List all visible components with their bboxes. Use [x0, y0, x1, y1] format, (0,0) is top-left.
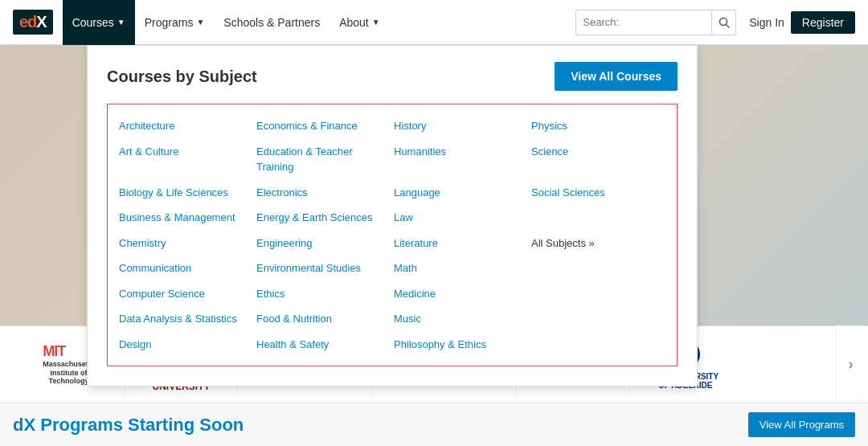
subject-item[interactable]: Electronics	[255, 181, 392, 205]
subject-item[interactable]: Food & Nutrition	[255, 307, 392, 331]
edx-logo[interactable]: edX	[13, 10, 53, 35]
subject-item[interactable]: Computer Science	[117, 282, 255, 306]
nav-schools-label: Schools & Partners	[223, 16, 320, 29]
subject-item[interactable]: Energy & Earth Sciences	[255, 206, 392, 230]
subject-item	[530, 307, 667, 331]
subject-item[interactable]: Music	[392, 307, 530, 331]
subject-item[interactable]: Business & Management	[117, 206, 255, 230]
dropdown-header: Courses by Subject View All Courses	[107, 62, 678, 91]
programs-promo-text: dX Programs Starting Soon	[13, 415, 748, 436]
subject-item[interactable]: Social Sciences	[530, 181, 667, 205]
subject-item[interactable]: Physics	[530, 114, 667, 138]
subject-item[interactable]: Language	[392, 181, 530, 205]
subject-item	[530, 282, 667, 306]
subject-item[interactable]: Science	[530, 140, 667, 179]
courses-caret: ▼	[117, 18, 125, 27]
view-all-courses-button[interactable]: View All Courses	[555, 62, 678, 91]
nav-programs[interactable]: Programs ▼	[135, 0, 215, 45]
subject-item[interactable]: Communication	[117, 256, 255, 280]
signin-link[interactable]: Sign In	[749, 16, 784, 29]
subject-item[interactable]: Health & Safety	[255, 333, 392, 357]
dropdown-title: Courses by Subject	[107, 68, 257, 86]
nav-about[interactable]: About ▼	[330, 0, 390, 45]
about-caret: ▼	[372, 18, 380, 27]
subjects-grid: ArchitectureEconomics & FinanceHistoryPh…	[107, 104, 678, 366]
subject-item	[530, 206, 667, 230]
subject-item[interactable]: Engineering	[255, 231, 392, 256]
nav-courses[interactable]: Courses ▼	[63, 0, 135, 45]
subject-item[interactable]: Economics & Finance	[255, 114, 392, 138]
nav-courses-label: Courses	[72, 16, 114, 29]
subject-item[interactable]: Biology & Life Sciences	[117, 181, 255, 205]
subject-item[interactable]: Literature	[392, 231, 530, 256]
navbar: edX Courses ▼ Programs ▼ Schools & Partn…	[0, 0, 868, 45]
nav-programs-label: Programs	[145, 16, 194, 29]
view-all-programs-button[interactable]: View All Programs	[748, 412, 855, 437]
search-button[interactable]	[711, 10, 736, 35]
search-input[interactable]	[576, 10, 711, 35]
subject-item	[530, 256, 667, 280]
uni-strip-next-button[interactable]: ›	[836, 325, 865, 403]
subject-item	[530, 333, 667, 357]
subject-item[interactable]: History	[392, 114, 530, 138]
bottom-bar: dX Programs Starting Soon View All Progr…	[0, 403, 868, 446]
subject-item[interactable]: Math	[392, 256, 530, 280]
nav-links: Courses ▼ Programs ▼ Schools & Partners …	[63, 0, 576, 45]
subject-item[interactable]: Philosophy & Ethics	[392, 333, 530, 357]
subject-item[interactable]: Art & Culture	[117, 140, 255, 179]
subject-item[interactable]: Design	[117, 333, 255, 357]
subject-item[interactable]: Chemistry	[117, 231, 255, 256]
courses-dropdown: Courses by Subject View All Courses Arch…	[87, 45, 698, 387]
nav-about-label: About	[339, 16, 369, 29]
subject-item[interactable]: Law	[392, 206, 530, 230]
register-button[interactable]: Register	[791, 11, 855, 34]
subject-item[interactable]: Education & Teacher Training	[255, 140, 392, 179]
auth-links: Sign In Register	[749, 11, 855, 34]
programs-caret: ▼	[196, 18, 204, 27]
search-icon	[719, 17, 730, 28]
subject-item[interactable]: Data Analysis & Statistics	[117, 307, 255, 331]
subject-item[interactable]: Medicine	[392, 282, 530, 306]
subject-item[interactable]: All Subjects »	[530, 231, 667, 256]
subject-item[interactable]: Ethics	[255, 282, 392, 306]
svg-line-1	[727, 24, 730, 27]
logo[interactable]: edX	[13, 10, 53, 35]
subject-item[interactable]: Architecture	[117, 114, 255, 138]
subject-item[interactable]: Humanities	[392, 140, 530, 179]
subject-item[interactable]: Environmental Studies	[255, 256, 392, 280]
search-wrap	[575, 10, 736, 35]
nav-schools[interactable]: Schools & Partners	[214, 0, 330, 45]
